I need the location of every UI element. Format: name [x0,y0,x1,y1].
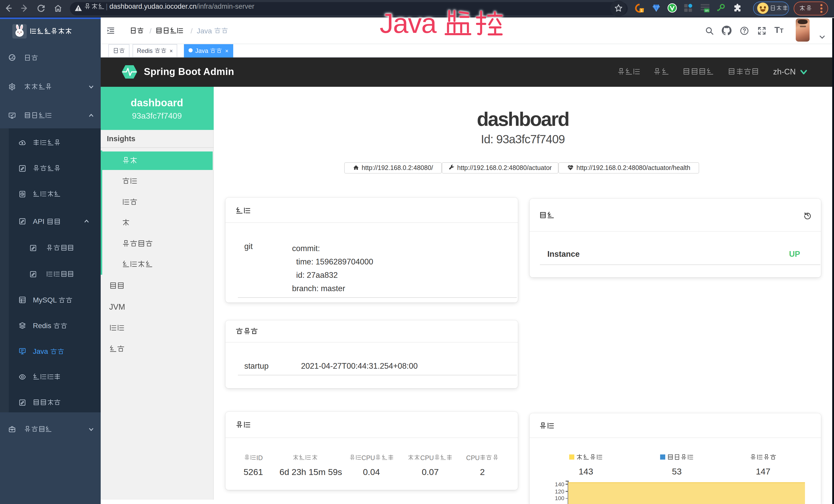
svg-text:on: on [705,9,709,12]
svg-text:1: 1 [641,8,643,13]
